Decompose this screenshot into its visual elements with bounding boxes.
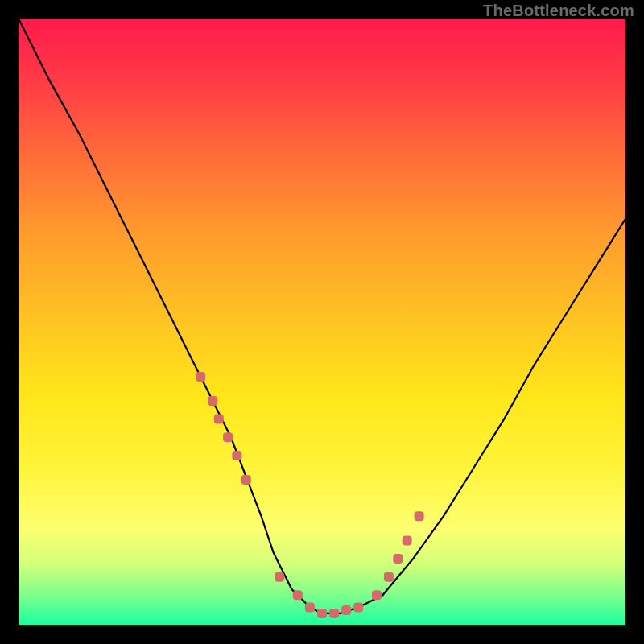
marker-point bbox=[214, 415, 224, 424]
marker-point bbox=[341, 605, 351, 615]
marker-point bbox=[232, 451, 242, 460]
marker-point bbox=[415, 511, 424, 521]
marker-point bbox=[242, 475, 251, 485]
marker-point bbox=[208, 396, 217, 406]
marker-point bbox=[384, 572, 394, 582]
chart-plot-area bbox=[19, 19, 625, 625]
marker-point bbox=[372, 590, 382, 600]
bottleneck-curve-line bbox=[19, 19, 625, 613]
marker-point bbox=[317, 609, 327, 618]
marker-point bbox=[293, 590, 303, 600]
highlighted-markers bbox=[196, 372, 423, 618]
marker-point bbox=[329, 609, 339, 618]
marker-point bbox=[223, 432, 233, 442]
watermark-text: TheBottleneck.com bbox=[483, 2, 634, 20]
marker-point bbox=[196, 372, 205, 382]
marker-point bbox=[275, 572, 284, 582]
marker-point bbox=[353, 602, 363, 612]
chart-svg bbox=[19, 19, 625, 625]
marker-point bbox=[402, 535, 412, 545]
marker-point bbox=[305, 602, 315, 612]
marker-point bbox=[393, 554, 402, 564]
